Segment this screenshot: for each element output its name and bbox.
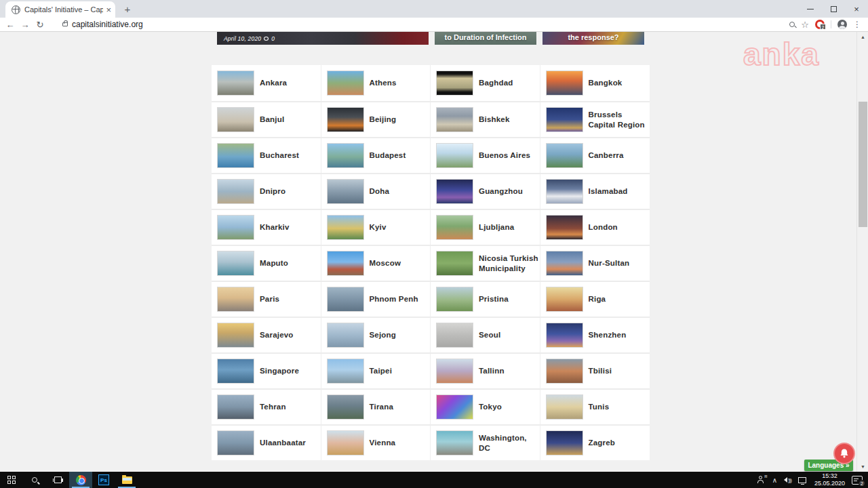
city-thumbnail <box>546 251 583 276</box>
city-name: Seoul <box>479 330 500 340</box>
city-cell-doha[interactable]: Doha <box>321 174 431 209</box>
bookmark-star-icon[interactable]: ☆ <box>801 20 809 30</box>
city-thumbnail <box>546 70 583 96</box>
city-thumbnail <box>436 179 473 204</box>
city-cell-bishkek[interactable]: Bishkek <box>431 102 540 137</box>
city-cell-tunis[interactable]: Tunis <box>540 390 650 424</box>
city-cell-islamabad[interactable]: Islamabad <box>540 174 650 209</box>
city-cell-banjul[interactable]: Banjul <box>212 102 321 137</box>
window-minimize-button[interactable] <box>799 0 822 18</box>
people-tray-button[interactable]: R <box>754 476 769 484</box>
city-name: Canberra <box>589 150 624 160</box>
city-name: Tbilisi <box>589 366 612 375</box>
scrollbar-up-icon[interactable]: ▲ <box>857 32 868 42</box>
windows-logo-icon <box>7 476 16 484</box>
city-cell-vienna[interactable]: Vienna <box>321 426 431 460</box>
city-thumbnail <box>436 430 473 455</box>
city-cell-nicosia-turkish-municipality[interactable]: Nicosia Turkish Municipality <box>431 246 540 281</box>
taskbar-photoshop-button[interactable]: Ps <box>92 472 115 488</box>
city-cell-shenzhen[interactable]: Shenzhen <box>540 318 650 352</box>
taskbar-chrome-button[interactable] <box>69 472 92 488</box>
city-thumbnail <box>327 251 364 276</box>
city-name: Bangkok <box>589 78 623 87</box>
city-name: Tehran <box>260 402 286 411</box>
scrollbar-down-icon[interactable]: ▼ <box>857 462 868 472</box>
clock-date: 25.05.2020 <box>814 480 845 487</box>
article-card[interactable]: the response? <box>542 32 644 45</box>
city-thumbnail <box>546 394 583 420</box>
address-bar[interactable]: capitalsinitiative.org <box>72 20 143 29</box>
reload-icon[interactable]: ↻ <box>33 20 47 30</box>
windows-taskbar: Ps R ∧ ))) 15:32 25.05.2020 2 <box>0 472 868 488</box>
back-icon[interactable]: ← <box>3 20 18 30</box>
city-cell-paris[interactable]: Paris <box>212 282 321 317</box>
city-cell-baghdad[interactable]: Baghdad <box>431 65 540 101</box>
city-cell-tirana[interactable]: Tirana <box>321 390 431 424</box>
search-zoom-icon[interactable] <box>789 22 795 27</box>
browser-tab[interactable]: Capitals' Initiative – Capital Cities × <box>5 1 115 18</box>
city-cell-budapest[interactable]: Budapest <box>321 138 431 173</box>
window-close-button[interactable]: × <box>845 0 868 18</box>
city-cell-sejong[interactable]: Sejong <box>321 318 431 352</box>
window-maximize-button[interactable] <box>822 0 845 18</box>
city-cell-nur-sultan[interactable]: Nur-Sultan <box>540 246 650 281</box>
tab-close-icon[interactable]: × <box>106 5 111 15</box>
city-name: Athens <box>370 78 397 87</box>
city-cell-dnipro[interactable]: Dnipro <box>212 174 321 209</box>
city-cell-tallinn[interactable]: Tallinn <box>431 354 540 388</box>
scrollbar-thumb[interactable] <box>859 102 867 227</box>
city-cell-riga[interactable]: Riga <box>540 282 650 317</box>
city-cell-canberra[interactable]: Canberra <box>540 138 650 173</box>
hidden-icons-button[interactable]: ∧ <box>769 476 781 484</box>
city-cell-kyiv[interactable]: Kyiv <box>321 210 431 245</box>
city-name: Maputo <box>260 258 288 268</box>
city-cell-ankara[interactable]: Ankara <box>212 65 321 101</box>
city-cell-washington-dc[interactable]: Washington, DC <box>431 426 540 460</box>
city-cell-guangzhou[interactable]: Guangzhou <box>431 174 540 209</box>
action-center-button[interactable]: 2 <box>852 476 863 485</box>
article-card[interactable]: to Duration of Infection <box>435 32 536 45</box>
taskbar-search-button[interactable] <box>23 472 46 488</box>
browser-menu-icon[interactable]: ⋮ <box>853 20 861 29</box>
network-button[interactable] <box>795 477 810 483</box>
city-cell-phnom-penh[interactable]: Phnom Penh <box>321 282 431 317</box>
city-cell-beijing[interactable]: Beijing <box>321 102 431 137</box>
city-cell-brussels-capital-region[interactable]: Brussels Capital Region <box>540 102 650 137</box>
city-cell-athens[interactable]: Athens <box>321 65 431 101</box>
city-cell-pristina[interactable]: Pristina <box>431 282 540 317</box>
city-row: DniproDohaGuangzhouIslamabad <box>212 173 650 209</box>
page-scrollbar[interactable]: ▲ ▼ <box>856 32 868 472</box>
city-cell-zagreb[interactable]: Zagreb <box>540 426 650 460</box>
city-name: Doha <box>370 186 390 196</box>
notification-bell-button[interactable] <box>833 443 855 464</box>
taskbar-explorer-button[interactable] <box>115 472 138 488</box>
task-view-button[interactable] <box>46 472 69 488</box>
city-cell-london[interactable]: London <box>540 210 650 245</box>
city-cell-tbilisi[interactable]: Tbilisi <box>540 354 650 388</box>
city-cell-taipei[interactable]: Taipei <box>321 354 431 388</box>
profile-avatar-icon[interactable] <box>837 20 847 29</box>
volume-button[interactable]: ))) <box>781 477 795 483</box>
extension-icon[interactable]: 2 <box>815 20 825 29</box>
city-cell-moscow[interactable]: Moscow <box>321 246 431 281</box>
city-cell-kharkiv[interactable]: Kharkiv <box>212 210 321 245</box>
clock[interactable]: 15:32 25.05.2020 <box>810 472 850 487</box>
city-cell-tokyo[interactable]: Tokyo <box>431 390 540 424</box>
city-cell-singapore[interactable]: Singapore <box>212 354 321 388</box>
article-hero-card[interactable]: April 10, 2020 0 <box>217 32 429 45</box>
new-tab-button[interactable]: + <box>121 3 134 16</box>
city-cell-seoul[interactable]: Seoul <box>431 318 540 352</box>
network-icon <box>798 477 806 483</box>
city-thumbnail <box>546 430 583 455</box>
city-thumbnail <box>327 179 364 204</box>
city-cell-buenos-aires[interactable]: Buenos Aires <box>431 138 540 173</box>
city-cell-maputo[interactable]: Maputo <box>212 246 321 281</box>
city-cell-tehran[interactable]: Tehran <box>212 390 321 424</box>
city-cell-ulaanbaatar[interactable]: Ulaanbaatar <box>212 426 321 460</box>
start-button[interactable] <box>0 472 23 488</box>
city-cell-sarajevo[interactable]: Sarajevo <box>212 318 321 352</box>
city-cell-ljubljana[interactable]: Ljubljana <box>431 210 540 245</box>
forward-icon[interactable]: → <box>18 20 33 30</box>
city-cell-bangkok[interactable]: Bangkok <box>540 65 650 101</box>
city-cell-bucharest[interactable]: Bucharest <box>212 138 321 173</box>
